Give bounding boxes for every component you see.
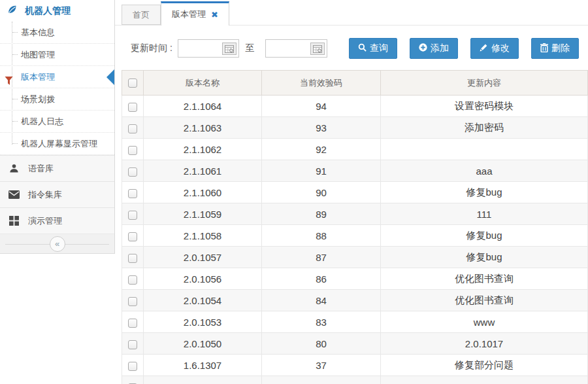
tree-connector <box>12 99 18 99</box>
sidebar-item-map-management[interactable]: 地图管理 <box>0 44 114 66</box>
column-header-code: 当前效验码 <box>262 71 381 96</box>
row-checkbox[interactable] <box>128 319 137 328</box>
calendar-icon[interactable] <box>310 43 325 55</box>
version-cell: 2.1.1063 <box>144 117 262 139</box>
content-cell <box>381 139 588 160</box>
sidebar-item-label: 场景划拨 <box>21 94 55 104</box>
sidebar-item-robot-screen-display[interactable]: 机器人屏幕显示管理 <box>0 133 114 155</box>
sidebar-header-robot-management[interactable]: 机器人管理 <box>0 0 114 22</box>
version-cell: 2.0.1054 <box>144 290 262 311</box>
sidebar-item-label: 版本管理 <box>21 72 55 82</box>
code-cell: 91 <box>262 160 381 182</box>
row-checkbox[interactable] <box>128 340 137 349</box>
code-cell <box>262 376 381 384</box>
table-row[interactable]: 2.1.1060 90 修复bug <box>122 182 588 203</box>
close-icon[interactable]: ✖ <box>211 10 218 20</box>
button-label: 添加 <box>431 43 449 54</box>
table-row[interactable]: 2.1.1063 93 添加密码 <box>122 117 588 139</box>
app-window: 机器人管理 基本信息 地图管理 版本管理 <box>0 0 588 384</box>
version-cell: 2.1.1064 <box>144 96 262 117</box>
update-time-label: 更新时间 : <box>131 43 172 54</box>
sidebar-item-instruction-library[interactable]: 指令集库 <box>0 181 114 207</box>
table-row[interactable]: 2.1.1064 94 设置密码模块 <box>122 96 588 117</box>
search-icon <box>358 43 367 54</box>
row-checkbox[interactable] <box>128 146 137 155</box>
table-row[interactable]: 2.1.1058 88 修复bug <box>122 225 588 247</box>
code-cell: 90 <box>262 182 381 203</box>
row-checkbox[interactable] <box>128 189 137 198</box>
filter-toolbar: 更新时间 : 至 查询 <box>115 26 588 70</box>
search-button[interactable]: 查询 <box>349 38 397 59</box>
sidebar-item-label: 地图管理 <box>21 50 55 60</box>
tree-connector <box>12 54 18 55</box>
tab-label: 首页 <box>133 9 150 21</box>
content-cell: 添加密码 <box>381 117 588 139</box>
collapse-icon[interactable]: « <box>50 236 65 252</box>
sidebar-item-demo-management[interactable]: 演示管理 <box>0 207 114 234</box>
sidebar-item-version-management[interactable]: 版本管理 <box>0 66 114 88</box>
code-cell: 93 <box>262 117 381 139</box>
row-checkbox[interactable] <box>128 254 137 263</box>
row-checkbox[interactable] <box>128 124 137 133</box>
version-cell: 2.1.1060 <box>144 182 262 203</box>
tab-home[interactable]: 首页 <box>122 5 161 25</box>
table-row[interactable]: 2.0.1054 84 优化图书查询 <box>122 290 588 311</box>
sidebar-item-robot-log[interactable]: 机器人日志 <box>0 111 114 133</box>
content-cell <box>381 376 588 384</box>
column-header-version: 版本名称 <box>144 71 262 96</box>
version-cell: 2.1.1058 <box>144 225 262 247</box>
delete-button[interactable]: 删除 <box>531 38 579 59</box>
version-cell: 2.1.1062 <box>144 139 262 160</box>
row-checkbox[interactable] <box>128 297 137 306</box>
edit-button[interactable]: 修改 <box>470 38 519 59</box>
tab-version-management[interactable]: 版本管理 ✖ <box>161 1 229 26</box>
date-to-field <box>265 39 327 58</box>
table-row[interactable] <box>122 376 588 384</box>
table-row[interactable]: 2.1.1062 92 <box>122 139 588 160</box>
sidebar-item-basic-info[interactable]: 基本信息 <box>0 22 114 44</box>
row-checkbox[interactable] <box>128 103 137 112</box>
sidebar-item-label: 基本信息 <box>21 27 55 37</box>
content-cell: 优化图书查询 <box>381 268 588 290</box>
sidebar-item-scene-allocation[interactable]: 场景划拨 <box>0 88 114 111</box>
row-checkbox[interactable] <box>128 232 137 241</box>
table-row[interactable]: 2.0.1057 87 修复bug <box>122 247 588 268</box>
table-row[interactable]: 2.0.1053 83 www <box>122 311 588 333</box>
row-checkbox[interactable] <box>128 211 137 220</box>
code-cell: 80 <box>262 333 381 355</box>
code-cell: 94 <box>262 96 381 117</box>
row-checkbox[interactable] <box>128 167 137 177</box>
row-checkbox[interactable] <box>128 275 137 285</box>
table-row[interactable]: 1.6.1307 37 修复部分问题 <box>122 355 588 376</box>
selected-arrow-icon <box>106 69 114 85</box>
select-all-checkbox[interactable] <box>128 79 137 88</box>
content-cell: aaa <box>381 160 588 182</box>
table-header-row: 版本名称 当前效验码 更新内容 <box>122 71 588 96</box>
trash-icon <box>540 43 548 54</box>
calendar-icon[interactable] <box>222 43 237 55</box>
to-label: 至 <box>245 43 254 54</box>
sidebar-header-label: 机器人管理 <box>25 5 71 17</box>
tree-connector <box>12 121 18 122</box>
sidebar-item-voice-library[interactable]: 语音库 <box>0 155 114 181</box>
table-row[interactable]: 2.1.1061 91 aaa <box>122 160 588 182</box>
code-cell: 87 <box>262 247 381 268</box>
sidebar-tree: 基本信息 地图管理 版本管理 场景划拨 <box>0 22 114 155</box>
version-cell: 2.1.1061 <box>144 160 262 182</box>
button-label: 修改 <box>491 43 510 54</box>
content-cell: 修复bug <box>381 225 588 247</box>
versions-table: 版本名称 当前效验码 更新内容 2.1.1064 94 设置密码模块 2.1.1 <box>122 70 588 384</box>
sidebar-item-label: 机器人屏幕显示管理 <box>21 139 97 148</box>
table-row[interactable]: 2.0.1056 86 优化图书查询 <box>122 268 588 290</box>
add-button[interactable]: 添加 <box>410 38 458 59</box>
version-cell: 2.0.1050 <box>144 333 262 355</box>
table-row[interactable]: 2.0.1050 80 2.0.1017 <box>122 333 588 355</box>
button-label: 删除 <box>551 43 570 54</box>
version-cell: 2.1.1059 <box>144 203 262 225</box>
row-checkbox[interactable] <box>128 362 137 371</box>
code-cell: 37 <box>262 355 381 376</box>
table-row[interactable]: 2.1.1059 89 111 <box>122 203 588 225</box>
user-icon <box>8 164 20 173</box>
sidebar-item-label: 语音库 <box>28 163 54 175</box>
sidebar-item-label: 演示管理 <box>28 215 62 227</box>
